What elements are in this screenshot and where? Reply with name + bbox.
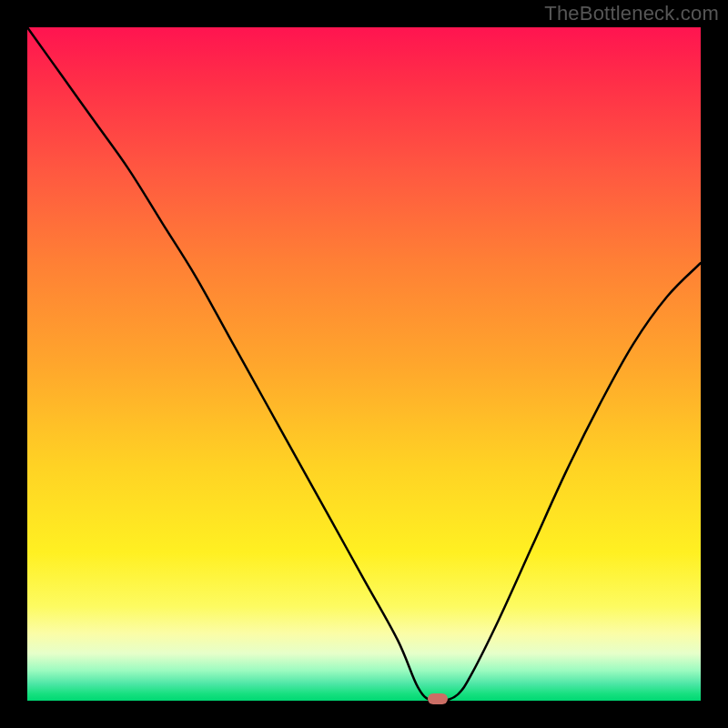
- optimal-marker: [428, 693, 448, 704]
- chart-frame: TheBottleneck.com: [0, 0, 728, 728]
- plot-area: [27, 27, 701, 701]
- watermark-text: TheBottleneck.com: [544, 2, 719, 25]
- curve-svg: [27, 27, 701, 701]
- bottleneck-curve: [27, 27, 701, 701]
